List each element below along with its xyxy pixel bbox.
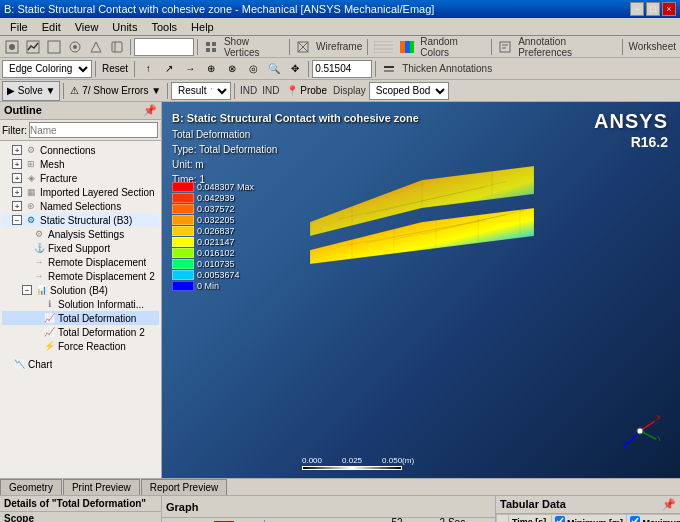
named-sel-label: Named Selections	[40, 201, 121, 212]
legend-item-3: 0.032205	[172, 215, 254, 225]
ansys-version: R16.2	[631, 134, 668, 150]
tb-btn-6[interactable]	[107, 37, 127, 57]
menu-tools[interactable]: Tools	[145, 20, 183, 34]
show-vertices-btn[interactable]	[201, 37, 221, 57]
expand-fracture[interactable]: +	[12, 173, 22, 183]
wireframe-btn[interactable]	[293, 37, 313, 57]
anim-settings-btn[interactable]: ⚙	[343, 518, 363, 523]
maximize-button[interactable]: □	[646, 2, 660, 16]
menu-units[interactable]: Units	[106, 20, 143, 34]
minimize-button[interactable]: −	[630, 2, 644, 16]
result-value-input[interactable]	[312, 60, 372, 78]
tree-item-total-deform[interactable]: 📈 Total Deformation	[2, 311, 159, 325]
show-mesh-btn[interactable]	[371, 37, 396, 57]
tabular-scroll[interactable]: Time [s] Minimum [m] Maximum [m] 11.e-00…	[496, 514, 680, 522]
svg-rect-15	[374, 41, 393, 53]
probe-btn[interactable]: 📍 Probe	[283, 81, 330, 101]
remote-disp2-icon: →	[32, 270, 46, 282]
sep-1	[130, 39, 131, 55]
tb-arrow5-btn[interactable]: ⊗	[222, 59, 242, 79]
tree-item-total-deform-2[interactable]: 📈 Total Deformation 2	[2, 325, 159, 339]
tree-item-solution-info[interactable]: ℹ Solution Informati...	[2, 297, 159, 311]
svg-rect-6	[112, 42, 122, 52]
fixed-icon: ⚓	[32, 242, 46, 254]
tree-item-fracture[interactable]: + ◈ Fracture	[2, 171, 159, 185]
close-button[interactable]: ×	[662, 2, 676, 16]
max-checkbox[interactable]	[630, 516, 640, 522]
tb-arrow-btn[interactable]: ↑	[138, 59, 158, 79]
tab-report-preview[interactable]: Report Preview	[141, 479, 227, 495]
graph-title: Graph	[166, 501, 198, 513]
tb-btn-1[interactable]	[2, 37, 22, 57]
remote-disp2-label: Remote Displacement 2	[48, 271, 155, 282]
random-colors-btn[interactable]	[397, 37, 417, 57]
menu-edit[interactable]: Edit	[36, 20, 67, 34]
anim-bar2-btn[interactable]: ⊞	[295, 518, 315, 523]
edge-coloring-dropdown[interactable]: Edge Coloring	[2, 60, 92, 78]
expand-static[interactable]: −	[12, 215, 22, 225]
tree-item-force-reaction[interactable]: ⚡ Force Reaction	[2, 339, 159, 353]
tree-item-fixed-support[interactable]: ⚓ Fixed Support	[2, 241, 159, 255]
tb-arrow3-btn[interactable]: →	[180, 59, 200, 79]
scoped-bodies-dropdown[interactable]: Scoped Bodies ▼	[369, 82, 449, 100]
expand-connections[interactable]: +	[12, 145, 22, 155]
anim-bar-btn[interactable]: ⊟	[271, 518, 291, 523]
legend-text-0: 0.048307 Max	[197, 182, 254, 192]
annotation-pref-btn[interactable]	[495, 37, 515, 57]
svg-point-46	[637, 428, 643, 434]
svg-text:X: X	[656, 413, 660, 422]
min-checkbox[interactable]	[555, 516, 565, 522]
expand-imported[interactable]: +	[12, 187, 22, 197]
tree-item-chart[interactable]: 📉 Chart	[2, 357, 159, 371]
tree-item-analysis-settings[interactable]: ⚙ Analysis Settings	[2, 227, 159, 241]
svg-rect-18	[400, 41, 405, 53]
tree-item-remote-disp-2[interactable]: → Remote Displacement 2	[2, 269, 159, 283]
connections-label: Connections	[40, 145, 96, 156]
vp-title-1: B: Static Structural Contact with cohesi…	[172, 110, 419, 127]
tb-btn-5[interactable]	[86, 37, 106, 57]
tree-item-remote-disp[interactable]: → Remote Displacement	[2, 255, 159, 269]
title-bar: B: Static Structural Contact with cohesi…	[0, 0, 680, 18]
viewport[interactable]: ANSYS R16.2 B: Static Structural Contact…	[162, 102, 680, 478]
expand-solution[interactable]: −	[22, 285, 32, 295]
color-legend: 0.048307 Max 0.042939 0.037572 0.032205 …	[172, 182, 254, 292]
tb-thicken-btn[interactable]	[379, 59, 399, 79]
tree-item-named-sel[interactable]: + ⊛ Named Selections	[2, 199, 159, 213]
menu-file[interactable]: File	[4, 20, 34, 34]
menu-help[interactable]: Help	[185, 20, 220, 34]
tb-errors-btn[interactable]: ⚠ 7/ Show Errors ▼	[67, 81, 164, 101]
outline-pin[interactable]: 📌	[143, 104, 157, 117]
tb-arrow6-btn[interactable]: ◎	[243, 59, 263, 79]
tb-btn-3[interactable]	[44, 37, 64, 57]
tree-item-connections[interactable]: + ⚙ Connections	[2, 143, 159, 157]
anim-dot-btn[interactable]: ●	[367, 518, 387, 523]
expand-mesh[interactable]: +	[12, 159, 22, 169]
anim-bar3-btn[interactable]: ▦	[319, 518, 339, 523]
tree-item-imported[interactable]: + ▦ Imported Layered Section	[2, 185, 159, 199]
expand-named[interactable]: +	[12, 201, 22, 211]
animation-toolbar: Animation ⏹ ▶ ⊟ ⊞ ▦ ⚙ ● 52 Frames 2 Sec …	[162, 518, 495, 522]
tb-zoom-btn[interactable]: 🔍	[264, 59, 284, 79]
tb-run-btn[interactable]: ▶ Solve ▼	[2, 81, 60, 101]
legend-color-3	[172, 215, 194, 225]
sol-info-label: Solution Informati...	[58, 299, 144, 310]
tab-print-preview[interactable]: Print Preview	[63, 479, 140, 495]
tab-geometry[interactable]: Geometry	[0, 479, 62, 495]
tb-reset-btn[interactable]: Reset	[99, 59, 131, 79]
tabular-pin[interactable]: 📌	[662, 498, 676, 511]
toolbar-dropdown-1[interactable]	[134, 38, 194, 56]
menu-view[interactable]: View	[69, 20, 105, 34]
tb-arrow4-btn[interactable]: ⊕	[201, 59, 221, 79]
svg-rect-10	[206, 48, 210, 52]
filter-input[interactable]	[29, 122, 158, 138]
solution-label: Solution (B4)	[50, 285, 108, 296]
tb-btn-4[interactable]	[65, 37, 85, 57]
tb-move-btn[interactable]: ✥	[285, 59, 305, 79]
tree-item-solution[interactable]: − 📊 Solution (B4)	[2, 283, 159, 297]
tree-item-static-structural[interactable]: − ⚙ Static Structural (B3)	[2, 213, 159, 227]
result-dropdown[interactable]: Result ▼	[171, 82, 231, 100]
tree-item-mesh[interactable]: + ⊞ Mesh	[2, 157, 159, 171]
tb-btn-2[interactable]	[23, 37, 43, 57]
tb-arrow2-btn[interactable]: ↗	[159, 59, 179, 79]
svg-point-5	[73, 45, 77, 49]
